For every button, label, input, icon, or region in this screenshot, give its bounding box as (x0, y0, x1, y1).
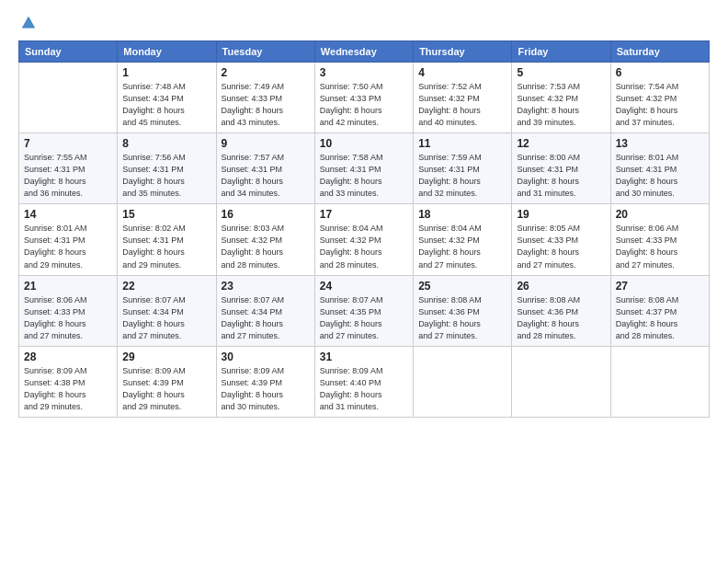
calendar-cell: 12Sunrise: 8:00 AMSunset: 4:31 PMDayligh… (512, 133, 610, 204)
day-info: Sunrise: 8:08 AMSunset: 4:36 PMDaylight:… (418, 294, 506, 342)
logo (18, 15, 40, 35)
day-number: 30 (222, 350, 310, 363)
calendar-cell: 19Sunrise: 8:05 AMSunset: 4:33 PMDayligh… (512, 204, 610, 275)
day-number: 17 (320, 208, 408, 221)
calendar-cell: 27Sunrise: 8:08 AMSunset: 4:37 PMDayligh… (610, 275, 709, 346)
calendar-week-1: 1Sunrise: 7:48 AMSunset: 4:34 PMDaylight… (19, 63, 710, 133)
day-info: Sunrise: 7:59 AMSunset: 4:31 PMDaylight:… (418, 152, 506, 200)
day-info: Sunrise: 7:54 AMSunset: 4:32 PMDaylight:… (616, 81, 704, 129)
calendar-cell: 11Sunrise: 7:59 AMSunset: 4:31 PMDayligh… (414, 133, 512, 204)
calendar-cell: 6Sunrise: 7:54 AMSunset: 4:32 PMDaylight… (610, 63, 709, 133)
calendar-week-3: 14Sunrise: 8:01 AMSunset: 4:31 PMDayligh… (19, 204, 710, 275)
day-number: 9 (222, 137, 310, 150)
day-info: Sunrise: 8:09 AMSunset: 4:39 PMDaylight:… (122, 365, 210, 413)
weekday-saturday: Saturday (610, 41, 709, 63)
day-info: Sunrise: 7:50 AMSunset: 4:33 PMDaylight:… (320, 81, 408, 129)
calendar-cell: 30Sunrise: 8:09 AMSunset: 4:39 PMDayligh… (216, 346, 314, 417)
calendar-cell: 25Sunrise: 8:08 AMSunset: 4:36 PMDayligh… (414, 275, 512, 346)
calendar-cell: 15Sunrise: 8:02 AMSunset: 4:31 PMDayligh… (118, 204, 216, 275)
day-number: 2 (222, 66, 310, 79)
day-number: 21 (24, 280, 112, 293)
day-number: 29 (122, 350, 210, 363)
weekday-sunday: Sunday (19, 41, 118, 63)
day-info: Sunrise: 7:49 AMSunset: 4:33 PMDaylight:… (222, 81, 310, 129)
calendar-cell: 20Sunrise: 8:06 AMSunset: 4:33 PMDayligh… (610, 204, 709, 275)
day-number: 3 (320, 66, 408, 79)
calendar-cell: 23Sunrise: 8:07 AMSunset: 4:34 PMDayligh… (216, 275, 314, 346)
calendar-week-4: 21Sunrise: 8:06 AMSunset: 4:33 PMDayligh… (19, 275, 710, 346)
calendar-cell: 5Sunrise: 7:53 AMSunset: 4:32 PMDaylight… (512, 63, 610, 133)
day-number: 20 (616, 208, 704, 221)
day-number: 1 (122, 66, 210, 79)
weekday-header-row: SundayMondayTuesdayWednesdayThursdayFrid… (19, 41, 710, 63)
calendar-cell: 16Sunrise: 8:03 AMSunset: 4:32 PMDayligh… (216, 204, 314, 275)
calendar-cell: 9Sunrise: 7:57 AMSunset: 4:31 PMDaylight… (216, 133, 314, 204)
day-number: 5 (517, 66, 605, 79)
day-number: 27 (616, 280, 704, 293)
weekday-wednesday: Wednesday (314, 41, 413, 63)
day-number: 25 (418, 280, 506, 293)
calendar-cell: 14Sunrise: 8:01 AMSunset: 4:31 PMDayligh… (19, 204, 118, 275)
day-number: 11 (418, 137, 506, 150)
day-info: Sunrise: 8:08 AMSunset: 4:36 PMDaylight:… (517, 294, 605, 342)
day-info: Sunrise: 8:00 AMSunset: 4:31 PMDaylight:… (517, 152, 605, 200)
calendar-cell (512, 346, 610, 417)
calendar-week-2: 7Sunrise: 7:55 AMSunset: 4:31 PMDaylight… (19, 133, 710, 204)
weekday-thursday: Thursday (414, 41, 512, 63)
calendar-cell: 26Sunrise: 8:08 AMSunset: 4:36 PMDayligh… (512, 275, 610, 346)
day-info: Sunrise: 8:05 AMSunset: 4:33 PMDaylight:… (517, 223, 605, 270)
day-number: 13 (616, 137, 704, 150)
day-info: Sunrise: 8:07 AMSunset: 4:35 PMDaylight:… (320, 294, 408, 342)
calendar-cell: 2Sunrise: 7:49 AMSunset: 4:33 PMDaylight… (216, 63, 314, 133)
day-number: 8 (122, 137, 210, 150)
calendar-cell (19, 63, 118, 133)
day-number: 14 (24, 208, 112, 221)
weekday-friday: Friday (512, 41, 610, 63)
calendar-cell: 10Sunrise: 7:58 AMSunset: 4:31 PMDayligh… (314, 133, 413, 204)
day-number: 23 (222, 280, 310, 293)
calendar-cell: 1Sunrise: 7:48 AMSunset: 4:34 PMDaylight… (118, 63, 216, 133)
day-number: 16 (222, 208, 310, 221)
day-info: Sunrise: 7:52 AMSunset: 4:32 PMDaylight:… (418, 81, 506, 129)
calendar-cell: 28Sunrise: 8:09 AMSunset: 4:38 PMDayligh… (19, 346, 118, 417)
calendar-cell: 13Sunrise: 8:01 AMSunset: 4:31 PMDayligh… (610, 133, 709, 204)
day-info: Sunrise: 7:57 AMSunset: 4:31 PMDaylight:… (222, 152, 310, 200)
calendar-cell: 17Sunrise: 8:04 AMSunset: 4:32 PMDayligh… (314, 204, 413, 275)
calendar-cell: 31Sunrise: 8:09 AMSunset: 4:40 PMDayligh… (314, 346, 413, 417)
day-number: 10 (320, 137, 408, 150)
day-number: 7 (24, 137, 112, 150)
day-number: 4 (418, 66, 506, 79)
calendar-cell (610, 346, 709, 417)
day-info: Sunrise: 8:01 AMSunset: 4:31 PMDaylight:… (616, 152, 704, 200)
day-number: 18 (418, 208, 506, 221)
day-number: 31 (320, 350, 408, 363)
weekday-tuesday: Tuesday (216, 41, 314, 63)
calendar-cell: 29Sunrise: 8:09 AMSunset: 4:39 PMDayligh… (118, 346, 216, 417)
day-info: Sunrise: 8:04 AMSunset: 4:32 PMDaylight:… (418, 223, 506, 270)
calendar-table: SundayMondayTuesdayWednesdayThursdayFrid… (18, 40, 710, 418)
day-number: 6 (616, 66, 704, 79)
day-info: Sunrise: 8:06 AMSunset: 4:33 PMDaylight:… (616, 223, 704, 270)
calendar-cell: 22Sunrise: 8:07 AMSunset: 4:34 PMDayligh… (118, 275, 216, 346)
day-info: Sunrise: 8:02 AMSunset: 4:31 PMDaylight:… (122, 223, 210, 270)
day-number: 28 (24, 350, 112, 363)
day-number: 12 (517, 137, 605, 150)
day-info: Sunrise: 7:48 AMSunset: 4:34 PMDaylight:… (122, 81, 210, 129)
svg-marker-1 (23, 19, 35, 28)
day-number: 15 (122, 208, 210, 221)
day-info: Sunrise: 8:03 AMSunset: 4:32 PMDaylight:… (222, 223, 310, 270)
calendar-cell (414, 346, 512, 417)
calendar-cell: 7Sunrise: 7:55 AMSunset: 4:31 PMDaylight… (19, 133, 118, 204)
day-info: Sunrise: 8:04 AMSunset: 4:32 PMDaylight:… (320, 223, 408, 270)
day-info: Sunrise: 7:53 AMSunset: 4:32 PMDaylight:… (517, 81, 605, 129)
day-info: Sunrise: 8:06 AMSunset: 4:33 PMDaylight:… (24, 294, 112, 342)
calendar-cell: 24Sunrise: 8:07 AMSunset: 4:35 PMDayligh… (314, 275, 413, 346)
header (18, 15, 710, 35)
day-info: Sunrise: 8:09 AMSunset: 4:38 PMDaylight:… (24, 365, 112, 413)
day-number: 24 (320, 280, 408, 293)
day-info: Sunrise: 7:55 AMSunset: 4:31 PMDaylight:… (24, 152, 112, 200)
calendar-cell: 21Sunrise: 8:06 AMSunset: 4:33 PMDayligh… (19, 275, 118, 346)
day-number: 26 (517, 280, 605, 293)
day-number: 22 (122, 280, 210, 293)
day-info: Sunrise: 8:01 AMSunset: 4:31 PMDaylight:… (24, 223, 112, 270)
